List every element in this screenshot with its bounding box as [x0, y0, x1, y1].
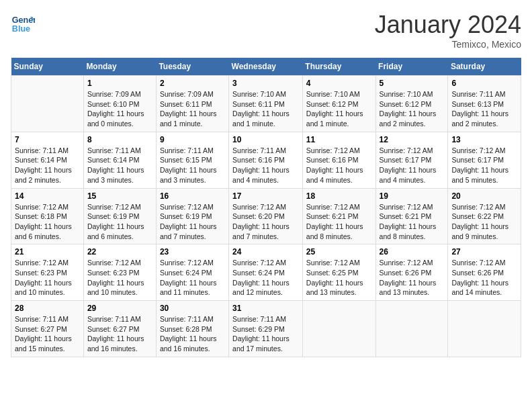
day-header-monday: Monday [83, 58, 156, 76]
day-header-saturday: Saturday [448, 58, 521, 76]
calendar-cell: 13Sunrise: 7:12 AMSunset: 6:17 PMDayligh… [448, 132, 521, 188]
day-number: 17 [232, 191, 299, 201]
day-info: Sunrise: 7:12 AMSunset: 6:17 PMDaylight:… [451, 146, 517, 185]
day-info: Sunrise: 7:12 AMSunset: 6:21 PMDaylight:… [380, 202, 445, 242]
day-info: Sunrise: 7:12 AMSunset: 6:21 PMDaylight:… [306, 202, 372, 242]
calendar-week-2: 7Sunrise: 7:11 AMSunset: 6:14 PMDaylight… [11, 132, 521, 188]
calendar-cell: 18Sunrise: 7:12 AMSunset: 6:21 PMDayligh… [302, 188, 375, 244]
calendar-cell: 28Sunrise: 7:11 AMSunset: 6:27 PMDayligh… [11, 301, 84, 357]
calendar-cell [302, 301, 375, 357]
calendar-week-5: 28Sunrise: 7:11 AMSunset: 6:27 PMDayligh… [11, 301, 521, 357]
day-number: 5 [380, 79, 445, 88]
day-number: 4 [306, 79, 372, 88]
calendar-cell: 25Sunrise: 7:12 AMSunset: 6:25 PMDayligh… [302, 244, 375, 301]
day-info: Sunrise: 7:12 AMSunset: 6:17 PMDaylight:… [380, 146, 445, 185]
day-number: 27 [451, 247, 517, 257]
calendar-cell: 19Sunrise: 7:12 AMSunset: 6:21 PMDayligh… [375, 188, 448, 244]
calendar-cell: 6Sunrise: 7:11 AMSunset: 6:13 PMDaylight… [448, 76, 521, 132]
calendar-cell [375, 301, 448, 357]
day-number: 25 [306, 247, 372, 257]
day-info: Sunrise: 7:12 AMSunset: 6:23 PMDaylight:… [87, 258, 152, 298]
day-number: 2 [160, 79, 225, 88]
day-info: Sunrise: 7:11 AMSunset: 6:27 PMDaylight:… [87, 314, 152, 354]
day-info: Sunrise: 7:12 AMSunset: 6:24 PMDaylight:… [160, 258, 225, 298]
title-block: January 2024 Temixco, Mexico [375, 11, 521, 50]
day-info: Sunrise: 7:11 AMSunset: 6:14 PMDaylight:… [15, 146, 80, 185]
calendar-week-4: 21Sunrise: 7:12 AMSunset: 6:23 PMDayligh… [11, 244, 521, 301]
day-info: Sunrise: 7:12 AMSunset: 6:16 PMDaylight:… [306, 146, 372, 185]
day-number: 26 [380, 247, 445, 257]
calendar-cell: 4Sunrise: 7:10 AMSunset: 6:12 PMDaylight… [302, 76, 375, 132]
day-number: 12 [380, 135, 445, 144]
day-info: Sunrise: 7:11 AMSunset: 6:29 PMDaylight:… [232, 314, 299, 354]
day-number: 28 [15, 304, 80, 313]
calendar-cell: 27Sunrise: 7:12 AMSunset: 6:26 PMDayligh… [448, 244, 521, 301]
month-title: January 2024 [375, 11, 521, 39]
day-header-tuesday: Tuesday [156, 58, 228, 76]
day-info: Sunrise: 7:12 AMSunset: 6:25 PMDaylight:… [306, 258, 372, 298]
day-header-sunday: Sunday [11, 58, 84, 76]
day-info: Sunrise: 7:10 AMSunset: 6:11 PMDaylight:… [232, 89, 299, 129]
day-number: 8 [87, 135, 152, 144]
day-info: Sunrise: 7:12 AMSunset: 6:22 PMDaylight:… [451, 202, 517, 242]
day-number: 13 [451, 135, 517, 144]
day-number: 19 [380, 191, 445, 201]
calendar-cell: 21Sunrise: 7:12 AMSunset: 6:23 PMDayligh… [11, 244, 84, 301]
day-info: Sunrise: 7:11 AMSunset: 6:16 PMDaylight:… [232, 146, 299, 185]
calendar-cell: 12Sunrise: 7:12 AMSunset: 6:17 PMDayligh… [375, 132, 448, 188]
calendar-cell: 24Sunrise: 7:12 AMSunset: 6:24 PMDayligh… [229, 244, 303, 301]
calendar-cell: 11Sunrise: 7:12 AMSunset: 6:16 PMDayligh… [302, 132, 375, 188]
day-info: Sunrise: 7:11 AMSunset: 6:15 PMDaylight:… [160, 146, 225, 185]
calendar-header-row: SundayMondayTuesdayWednesdayThursdayFrid… [11, 58, 521, 76]
day-number: 31 [232, 304, 299, 313]
day-number: 10 [232, 135, 299, 144]
calendar-cell: 15Sunrise: 7:12 AMSunset: 6:19 PMDayligh… [83, 188, 156, 244]
location-subtitle: Temixco, Mexico [375, 39, 521, 50]
day-info: Sunrise: 7:12 AMSunset: 6:26 PMDaylight:… [380, 258, 445, 298]
day-info: Sunrise: 7:12 AMSunset: 6:19 PMDaylight:… [160, 202, 225, 242]
page-header: General Blue January 2024 Temixco, Mexic… [11, 11, 521, 50]
calendar-cell: 9Sunrise: 7:11 AMSunset: 6:15 PMDaylight… [156, 132, 228, 188]
day-number: 15 [87, 191, 152, 201]
calendar-cell: 17Sunrise: 7:12 AMSunset: 6:20 PMDayligh… [229, 188, 303, 244]
calendar-cell: 29Sunrise: 7:11 AMSunset: 6:27 PMDayligh… [83, 301, 156, 357]
calendar-cell: 7Sunrise: 7:11 AMSunset: 6:14 PMDaylight… [11, 132, 84, 188]
calendar-cell: 1Sunrise: 7:09 AMSunset: 6:10 PMDaylight… [83, 76, 156, 132]
day-number: 16 [160, 191, 225, 201]
day-number: 14 [15, 191, 80, 201]
day-info: Sunrise: 7:09 AMSunset: 6:11 PMDaylight:… [160, 89, 225, 129]
calendar-cell [448, 301, 521, 357]
calendar-week-1: 1Sunrise: 7:09 AMSunset: 6:10 PMDaylight… [11, 76, 521, 132]
day-number: 11 [306, 135, 372, 144]
day-number: 18 [306, 191, 372, 201]
day-header-wednesday: Wednesday [229, 58, 303, 76]
logo: General Blue [11, 11, 35, 35]
calendar-cell: 31Sunrise: 7:11 AMSunset: 6:29 PMDayligh… [229, 301, 303, 357]
calendar-cell: 26Sunrise: 7:12 AMSunset: 6:26 PMDayligh… [375, 244, 448, 301]
calendar-table: SundayMondayTuesdayWednesdayThursdayFrid… [11, 58, 521, 357]
calendar-week-3: 14Sunrise: 7:12 AMSunset: 6:18 PMDayligh… [11, 188, 521, 244]
calendar-cell [11, 76, 84, 132]
calendar-cell: 16Sunrise: 7:12 AMSunset: 6:19 PMDayligh… [156, 188, 228, 244]
day-info: Sunrise: 7:11 AMSunset: 6:27 PMDaylight:… [15, 314, 80, 354]
calendar-cell: 14Sunrise: 7:12 AMSunset: 6:18 PMDayligh… [11, 188, 84, 244]
calendar-cell: 10Sunrise: 7:11 AMSunset: 6:16 PMDayligh… [229, 132, 303, 188]
day-info: Sunrise: 7:12 AMSunset: 6:19 PMDaylight:… [87, 202, 152, 242]
day-number: 9 [160, 135, 225, 144]
day-info: Sunrise: 7:12 AMSunset: 6:20 PMDaylight:… [232, 202, 299, 242]
day-info: Sunrise: 7:12 AMSunset: 6:18 PMDaylight:… [15, 202, 80, 242]
calendar-body: 1Sunrise: 7:09 AMSunset: 6:10 PMDaylight… [11, 76, 521, 357]
day-header-friday: Friday [375, 58, 448, 76]
day-number: 22 [87, 247, 152, 257]
calendar-cell: 22Sunrise: 7:12 AMSunset: 6:23 PMDayligh… [83, 244, 156, 301]
day-number: 20 [451, 191, 517, 201]
day-number: 1 [87, 79, 152, 88]
day-number: 23 [160, 247, 225, 257]
calendar-cell: 8Sunrise: 7:11 AMSunset: 6:14 PMDaylight… [83, 132, 156, 188]
calendar-cell: 23Sunrise: 7:12 AMSunset: 6:24 PMDayligh… [156, 244, 228, 301]
day-info: Sunrise: 7:12 AMSunset: 6:23 PMDaylight:… [15, 258, 80, 298]
day-info: Sunrise: 7:09 AMSunset: 6:10 PMDaylight:… [87, 89, 152, 129]
day-info: Sunrise: 7:11 AMSunset: 6:28 PMDaylight:… [160, 314, 225, 354]
day-number: 24 [232, 247, 299, 257]
day-number: 7 [15, 135, 80, 144]
